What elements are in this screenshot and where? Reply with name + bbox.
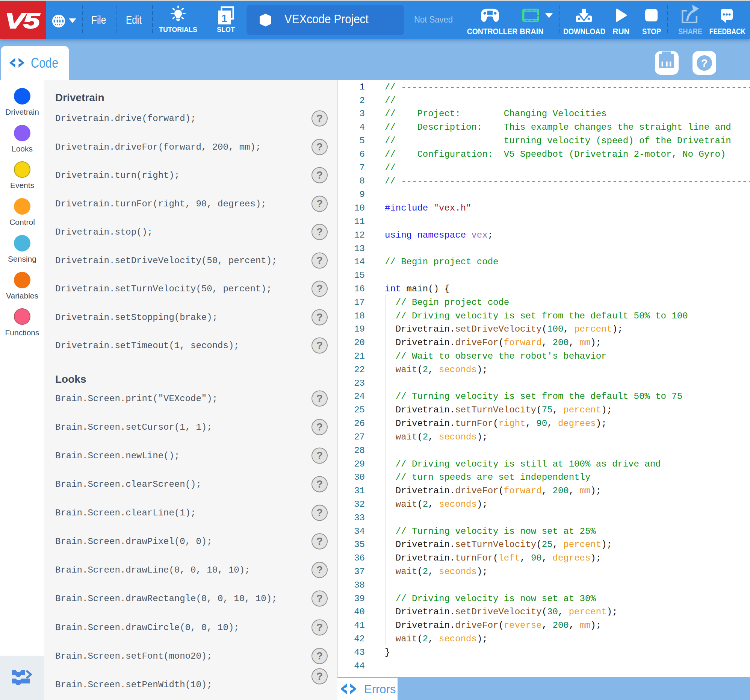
svg-text:?: ?	[701, 57, 708, 69]
svg-text:1: 1	[221, 12, 227, 24]
svg-text:V5: V5	[5, 9, 40, 33]
